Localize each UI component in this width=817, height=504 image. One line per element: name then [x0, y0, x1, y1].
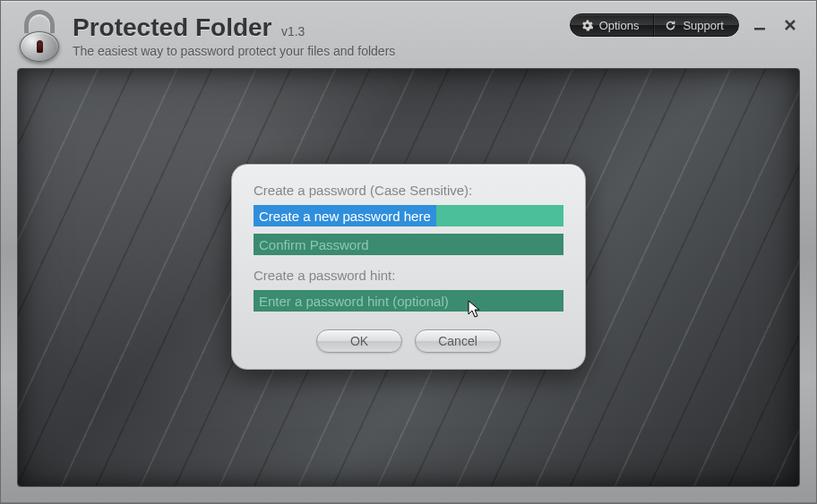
- cancel-button[interactable]: Cancel: [415, 329, 501, 353]
- support-label: Support: [683, 19, 724, 32]
- svg-rect-0: [754, 28, 765, 30]
- close-button[interactable]: [780, 15, 800, 35]
- app-version: v1.3: [281, 24, 305, 38]
- content-area: Create a password (Case Sensitive): Crea…: [17, 68, 800, 487]
- create-password-label: Create a password (Case Sensitive):: [254, 183, 563, 198]
- lock-icon: [17, 10, 62, 64]
- options-label: Options: [599, 19, 640, 32]
- password-hint-label: Create a password hint:: [254, 268, 563, 283]
- minimize-button[interactable]: [750, 15, 770, 35]
- refresh-icon: [665, 20, 676, 31]
- create-password-dialog: Create a password (Case Sensitive): Crea…: [231, 164, 586, 370]
- top-controls: Options Support: [570, 13, 800, 37]
- ok-button[interactable]: OK: [316, 329, 402, 353]
- password-hint-input[interactable]: [254, 290, 563, 312]
- app-title: Protected Folder: [73, 13, 271, 42]
- options-button[interactable]: Options: [571, 14, 655, 36]
- titlebar: Protected Folder v1.3 The easiest way to…: [1, 1, 816, 68]
- app-window: Protected Folder v1.3 The easiest way to…: [0, 0, 817, 504]
- support-button[interactable]: Support: [654, 14, 738, 36]
- gear-icon: [581, 20, 593, 31]
- new-password-input[interactable]: [254, 205, 563, 226]
- dialog-button-row: OK Cancel: [254, 329, 563, 353]
- pill-button-group: Options Support: [570, 13, 739, 37]
- confirm-password-input[interactable]: [254, 234, 563, 255]
- app-tagline: The easiest way to password protect your…: [73, 44, 800, 58]
